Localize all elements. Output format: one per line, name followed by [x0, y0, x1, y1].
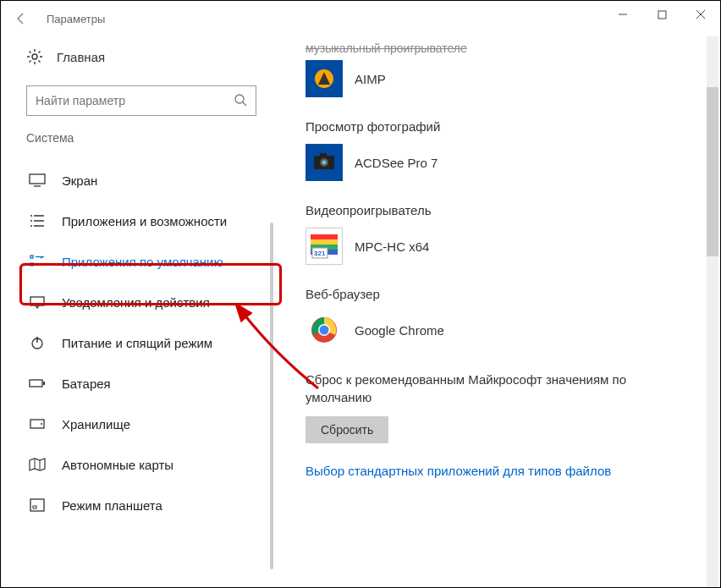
category-title: Система — [26, 131, 297, 145]
default-app-section-video: Видеопроигрыватель 321 MPC-HC x64 — [305, 203, 695, 267]
sidebar-item-apps-features[interactable]: Приложения и возможности — [26, 201, 297, 241]
sidebar-scrollbar[interactable] — [270, 223, 273, 569]
svg-rect-27 — [33, 506, 36, 508]
back-button[interactable] — [8, 5, 35, 32]
titlebar: Параметры — [1, 1, 720, 36]
choose-by-filetype-link[interactable]: Выбор стандартных приложений для типов ф… — [305, 464, 695, 478]
sidebar-item-display[interactable]: Экран — [26, 160, 297, 201]
sidebar-item-label: Автономные карты — [62, 458, 173, 472]
maximize-button[interactable] — [642, 1, 681, 28]
power-icon — [28, 333, 47, 352]
window-title: Параметры — [47, 13, 105, 25]
svg-line-4 — [243, 102, 246, 106]
svg-rect-33 — [311, 234, 338, 239]
app-name: MPC-HC x64 — [355, 239, 429, 254]
default-app-section-music: AIMP — [305, 58, 695, 99]
svg-point-23 — [41, 423, 42, 425]
sidebar-item-label: Хранилище — [62, 417, 130, 431]
svg-point-31 — [322, 161, 327, 165]
acdsee-icon — [305, 144, 343, 181]
svg-rect-13 — [30, 256, 33, 258]
svg-rect-32 — [320, 153, 327, 157]
chrome-icon — [305, 311, 343, 349]
svg-rect-17 — [30, 297, 44, 305]
sidebar-item-label: Питание и спящий режим — [62, 336, 212, 350]
section-title: Видеопроигрыватель — [305, 203, 695, 217]
main-scrollbar[interactable] — [707, 36, 718, 587]
svg-rect-15 — [30, 263, 33, 266]
sidebar-item-label: Уведомления и действия — [62, 295, 210, 310]
sidebar-item-notifications[interactable]: Уведомления и действия — [26, 282, 297, 322]
notifications-icon — [28, 293, 47, 311]
default-app-section-photos: Просмотр фотографий ACDSee Pro 7 — [305, 119, 695, 183]
svg-rect-5 — [30, 174, 45, 184]
main-panel: музыкальный проигрывателе AIMP Просмотр … — [297, 36, 720, 587]
display-icon — [28, 171, 47, 190]
sidebar-item-battery[interactable]: Батарея — [26, 363, 297, 404]
search-field[interactable] — [36, 94, 222, 107]
reset-button[interactable]: Сбросить — [305, 416, 388, 443]
svg-point-3 — [235, 95, 244, 103]
list-icon — [28, 212, 47, 230]
storage-icon — [28, 415, 47, 433]
mpchc-icon: 321 — [305, 228, 343, 265]
sidebar-item-storage[interactable]: Хранилище — [26, 404, 297, 444]
tablet-icon — [28, 496, 47, 514]
search-icon — [234, 93, 247, 109]
sidebar-item-default-apps[interactable]: Приложения по умолчанию — [26, 241, 297, 282]
defaults-icon — [28, 252, 47, 271]
svg-text:321: 321 — [314, 250, 326, 257]
sidebar-item-label: Батарея — [62, 376, 111, 391]
app-tile[interactable]: ACDSee Pro 7 — [305, 142, 695, 183]
app-tile[interactable]: Google Chrome — [305, 310, 695, 350]
svg-point-2 — [32, 54, 37, 59]
home-link[interactable]: Главная — [26, 40, 297, 74]
map-icon — [28, 455, 47, 474]
scrollbar-thumb[interactable] — [707, 87, 718, 256]
minimize-button[interactable] — [603, 1, 642, 28]
nav-list: Экран Приложения и возможности Приложени… — [26, 160, 297, 525]
sidebar-item-maps[interactable]: Автономные карты — [26, 444, 297, 485]
sidebar-item-label: Режим планшета — [62, 498, 162, 513]
default-app-section-browser: Веб-браузер Google Chrome — [305, 287, 695, 350]
svg-point-41 — [320, 326, 329, 335]
gear-icon — [26, 48, 43, 65]
sidebar-item-label: Экран — [62, 173, 97, 188]
app-name: ACDSee Pro 7 — [355, 156, 438, 170]
sidebar-item-tablet[interactable]: Режим планшета — [26, 485, 297, 525]
reset-description: Сброс к рекомендованным Майкрософт значе… — [305, 371, 661, 406]
app-tile[interactable]: 321 MPC-HC x64 — [305, 226, 695, 267]
app-tile[interactable]: AIMP — [305, 58, 695, 99]
section-title: Веб-браузер — [305, 287, 695, 301]
sidebar-item-label: Приложения и возможности — [62, 214, 227, 228]
app-name: Google Chrome — [355, 323, 444, 338]
sidebar: Главная Система Экран Приложения и возмо… — [1, 36, 297, 587]
sidebar-item-label: Приложения по умолчанию — [62, 255, 223, 269]
search-input[interactable] — [26, 85, 256, 116]
app-name: AIMP — [355, 72, 386, 86]
svg-rect-34 — [311, 239, 338, 245]
section-title: Просмотр фотографий — [305, 119, 695, 134]
svg-rect-1 — [658, 11, 666, 19]
reset-section: Сброс к рекомендованным Майкрософт значе… — [305, 371, 695, 443]
svg-rect-26 — [30, 499, 44, 511]
close-button[interactable] — [681, 1, 720, 28]
svg-rect-20 — [30, 380, 42, 387]
aimp-icon — [305, 60, 343, 97]
section-title-truncated: музыкальный проигрывателе — [305, 41, 695, 55]
home-label: Главная — [57, 50, 105, 64]
battery-icon — [28, 374, 47, 393]
sidebar-item-power[interactable]: Питание и спящий режим — [26, 322, 297, 363]
svg-rect-21 — [43, 382, 45, 385]
